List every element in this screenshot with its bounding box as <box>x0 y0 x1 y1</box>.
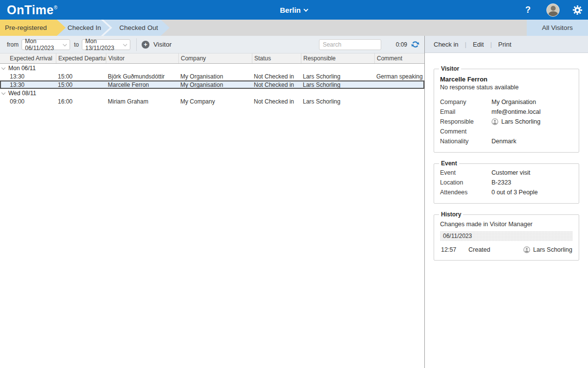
column-header-comment[interactable]: Comment <box>374 53 424 63</box>
cell-visitor: Marcelle Ferron <box>106 81 178 88</box>
field-label: Company <box>440 99 491 105</box>
field-label: Responsible <box>440 118 491 125</box>
table-row[interactable]: 09:00 16:00 Miriam Graham My Company Not… <box>0 97 424 105</box>
cell-visitor: Miriam Graham <box>106 98 178 105</box>
cell-company: My Organisation <box>178 73 252 80</box>
field-label: Attendees <box>440 189 491 196</box>
cell-arrival: 09:00 <box>0 98 56 105</box>
cell-visitor: Björk Guðmundsdóttir <box>106 73 178 80</box>
tab-checked-out[interactable]: Checked Out <box>118 20 160 36</box>
history-time: 12:57 <box>441 246 468 253</box>
cell-responsible: Lars Schorling <box>301 98 374 105</box>
visitor-response-status: No response status available <box>440 84 573 91</box>
help-icon[interactable]: ? <box>525 5 531 15</box>
cell-status: Not Checked in <box>252 81 301 88</box>
cell-departure: 16:00 <box>56 98 106 105</box>
field-row-event: Event Customer visit <box>440 168 573 178</box>
column-header-visitor[interactable]: Visitor <box>106 53 178 63</box>
avatar-head <box>551 6 556 11</box>
table-row-selected[interactable]: 13:30 15:00 Marcelle Ferron My Organisat… <box>0 80 424 89</box>
to-date-value: Mon 13/11/2023 <box>85 38 122 52</box>
history-user: Lars Schorling <box>523 246 572 253</box>
column-header-expected-departure[interactable]: Expected Departure <box>56 53 106 63</box>
history-section: History Changes made in Visitor Manager … <box>434 211 579 261</box>
top-bar: OnTime® Berlin ? <box>0 0 588 20</box>
history-section-legend: History <box>439 211 463 218</box>
column-header-responsible[interactable]: Responsible <box>301 53 374 63</box>
person-icon <box>523 246 530 253</box>
ontime-app: OnTime® Berlin ? Pre-registered Checked … <box>0 0 588 368</box>
group-row-mon[interactable]: Mon 06/11 <box>0 64 424 72</box>
column-header-status[interactable]: Status <box>252 53 301 63</box>
action-divider: | <box>465 41 466 48</box>
status-tab-bar: Pre-registered Checked In Checked Out Al… <box>0 20 588 36</box>
location-label: Berlin <box>280 6 301 14</box>
refresh-icon[interactable] <box>411 40 419 49</box>
from-label: from <box>7 41 19 48</box>
field-row-email: Email mfe@ontime.local <box>440 107 573 117</box>
detail-panel: Check in | Edit | Print Visitor Marcelle… <box>424 36 588 368</box>
gear-icon[interactable] <box>572 5 583 15</box>
cell-departure: 15:00 <box>56 81 106 88</box>
column-header-expected-arrival[interactable]: Expected Arrival <box>0 53 56 63</box>
registered-mark: ® <box>54 5 58 10</box>
field-value: mfe@ontime.local <box>491 108 540 115</box>
history-subtitle: Changes made in Visitor Manager <box>440 221 573 228</box>
field-label: Location <box>440 179 491 186</box>
group-row-wed[interactable]: Wed 08/11 <box>0 89 424 97</box>
field-value: My Organisation <box>491 99 536 105</box>
field-row-attendees: Attendees 0 out of 3 People <box>440 187 573 197</box>
cell-comment: German speaking on <box>374 73 424 80</box>
top-icons: ? <box>525 0 588 20</box>
visitor-list-area: from Mon 06/11/2023 to Mon 13/11/2023 + … <box>0 36 424 368</box>
location-dropdown[interactable]: Berlin <box>280 6 308 14</box>
cell-company: My Organisation <box>178 81 252 88</box>
field-label: Event <box>440 169 491 176</box>
field-value: 0 out of 3 People <box>491 189 538 196</box>
group-label: Wed 08/11 <box>8 90 36 97</box>
event-section-legend: Event <box>439 160 459 167</box>
chevron-down-icon[interactable] <box>1 90 5 94</box>
responsible-name: Lars Schorling <box>501 118 540 125</box>
search-input[interactable] <box>319 39 381 50</box>
logo-text: OnTime <box>7 3 54 17</box>
field-label: Comment <box>440 128 491 135</box>
edit-button[interactable]: Edit <box>473 41 484 48</box>
chevron-down-icon <box>123 42 127 46</box>
to-date-select[interactable]: Mon 13/11/2023 <box>82 39 130 50</box>
tab-checked-in[interactable]: Checked In <box>63 20 106 36</box>
visitor-section: Visitor Marcelle Ferron No response stat… <box>434 65 579 153</box>
cell-company: My Company <box>178 98 252 105</box>
detail-panel-body: Visitor Marcelle Ferron No response stat… <box>425 53 588 368</box>
list-toolbar: from Mon 06/11/2023 to Mon 13/11/2023 + … <box>0 36 424 53</box>
field-value: Denmark <box>491 138 516 145</box>
cell-departure: 15:00 <box>56 73 106 80</box>
from-date-select[interactable]: Mon 06/11/2023 <box>22 39 70 50</box>
add-visitor-button[interactable]: + Visitor <box>142 41 172 49</box>
chevron-down-icon[interactable] <box>1 65 5 69</box>
table-empty-space <box>0 105 424 368</box>
field-label: Email <box>440 108 491 115</box>
field-value: Customer visit <box>491 169 530 176</box>
avatar-body <box>548 11 558 17</box>
refresh-timer: 0:09 <box>396 41 407 48</box>
tab-preregistered[interactable]: Pre-registered <box>5 20 47 36</box>
avatar[interactable] <box>546 3 560 17</box>
field-row-comment: Comment <box>440 127 573 136</box>
cell-arrival: 13:30 <box>0 73 56 80</box>
action-divider: | <box>490 41 491 48</box>
ontime-logo: OnTime® <box>7 4 58 16</box>
visitor-section-legend: Visitor <box>439 65 461 72</box>
table-row[interactable]: 13:30 15:00 Björk Guðmundsdóttir My Orga… <box>0 72 424 80</box>
cell-status: Not Checked in <box>252 98 301 105</box>
tab-all-visitors[interactable]: All Visitors <box>527 20 588 36</box>
print-button[interactable]: Print <box>498 41 512 48</box>
field-value: Lars Schorling <box>491 118 540 125</box>
visitor-name: Marcelle Ferron <box>440 76 573 83</box>
cell-responsible: Lars Schorling <box>301 81 374 88</box>
chevron-down-icon <box>63 42 67 46</box>
cell-status: Not Checked in <box>252 73 301 80</box>
check-in-button[interactable]: Check in <box>434 41 459 48</box>
column-header-company[interactable]: Company <box>178 53 252 63</box>
event-section: Event Event Customer visit Location B-23… <box>434 160 579 204</box>
